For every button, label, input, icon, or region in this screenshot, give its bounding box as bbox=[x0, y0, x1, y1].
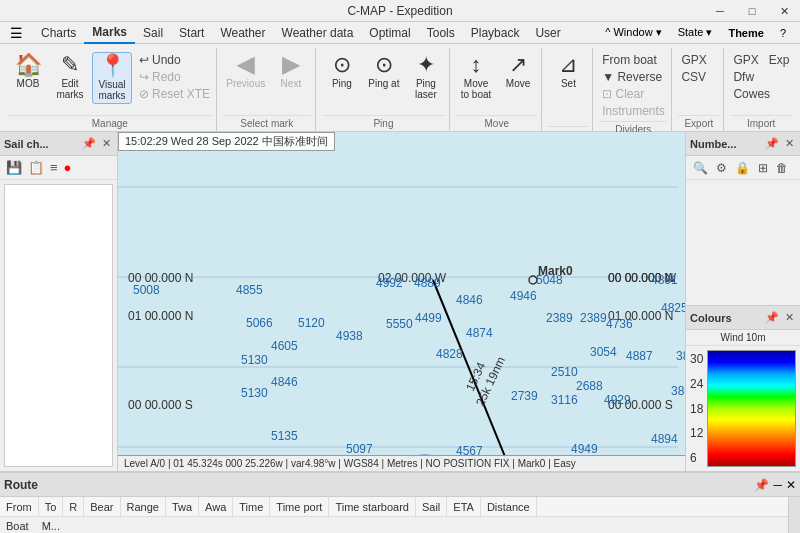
undo-button[interactable]: ↩ Undo bbox=[136, 52, 213, 68]
lock-tool-icon[interactable]: 🔒 bbox=[732, 160, 753, 176]
colours-pin-icon[interactable]: 📌 bbox=[763, 310, 781, 325]
edit-marks-label: Editmarks bbox=[56, 78, 83, 100]
ribbon-group-move: ↕ Moveto boat ↗ Move Move bbox=[452, 48, 542, 131]
main-area: Sail ch... 📌 ✕ 💾 📋 ≡ ● 15:02:29 Wed 28 S… bbox=[0, 132, 800, 472]
colours-title: Colours bbox=[690, 312, 732, 324]
menu-help[interactable]: ? bbox=[774, 25, 792, 41]
col-range[interactable]: Range bbox=[121, 497, 166, 516]
number-panel-pin-icon[interactable]: 📌 bbox=[763, 136, 781, 151]
route-header-controls: 📌 ─ ✕ bbox=[754, 478, 796, 492]
route-panel: Route 📌 ─ ✕ From To R Bear Range Twa Awa… bbox=[0, 472, 800, 533]
gpx-import-button[interactable]: GPX Exp bbox=[730, 52, 792, 68]
move-to-boat-button[interactable]: ↕ Moveto boat bbox=[456, 52, 496, 102]
gpx-export-button[interactable]: GPX bbox=[678, 52, 709, 68]
route-pin-icon[interactable]: 📌 bbox=[754, 478, 769, 492]
list-tool-icon[interactable]: ≡ bbox=[48, 159, 60, 176]
visual-marks-label: Visualmarks bbox=[98, 79, 125, 101]
map-status-bottom: Level A/0 | 01 45.324s 000 25.226w | var… bbox=[118, 455, 685, 471]
menu-marks[interactable]: Marks bbox=[84, 22, 135, 44]
panel-close-icon[interactable]: ✕ bbox=[100, 136, 113, 151]
col-awa[interactable]: Awa bbox=[199, 497, 233, 516]
mob-button[interactable]: 🏠 MOB bbox=[8, 52, 48, 91]
col-time-port[interactable]: Time port bbox=[270, 497, 329, 516]
col-eta[interactable]: ETA bbox=[447, 497, 481, 516]
next-button[interactable]: ▶ Next bbox=[271, 52, 311, 91]
menu-window[interactable]: ^ Window ▾ bbox=[599, 24, 667, 41]
col-twa[interactable]: Twa bbox=[166, 497, 199, 516]
redo-button[interactable]: ↪ Redo bbox=[136, 69, 213, 85]
col-r[interactable]: R bbox=[63, 497, 84, 516]
map-area[interactable]: 15:02:29 Wed 28 Sep 2022 中国标准时间 00 00.00… bbox=[118, 132, 685, 471]
trash-tool-icon[interactable]: 🗑 bbox=[773, 160, 791, 176]
route-minimize-icon[interactable]: ─ bbox=[773, 478, 782, 492]
col-to[interactable]: To bbox=[39, 497, 64, 516]
colours-close-icon[interactable]: ✕ bbox=[783, 310, 796, 325]
color-tool-icon[interactable]: ● bbox=[62, 159, 74, 176]
menu-playback[interactable]: Playback bbox=[463, 22, 528, 44]
minimize-button[interactable]: ─ bbox=[704, 0, 736, 22]
svg-text:5550: 5550 bbox=[386, 317, 413, 331]
menu-charts[interactable]: Charts bbox=[33, 22, 84, 44]
hamburger-menu[interactable]: ☰ bbox=[0, 23, 33, 43]
search-tool-icon[interactable]: 🔍 bbox=[690, 160, 711, 176]
menu-sail[interactable]: Sail bbox=[135, 22, 171, 44]
ping-at-button[interactable]: ⊙ Ping at bbox=[364, 52, 404, 91]
col-from[interactable]: From bbox=[0, 497, 39, 516]
svg-text:4605: 4605 bbox=[271, 339, 298, 353]
ribbon-dividers-items: From boat ▼ Reverse ⊡ Clear Instruments bbox=[599, 48, 667, 121]
previous-button[interactable]: ◀ Previous bbox=[223, 52, 269, 91]
menu-theme[interactable]: Theme bbox=[722, 25, 769, 41]
menu-start[interactable]: Start bbox=[171, 22, 212, 44]
cell-bear-boat bbox=[80, 517, 93, 533]
col-sail[interactable]: Sail bbox=[416, 497, 447, 516]
dfw-button[interactable]: Dfw bbox=[730, 69, 792, 85]
menu-optimal[interactable]: Optimal bbox=[361, 22, 418, 44]
set-label: Set bbox=[561, 78, 576, 89]
route-close-icon[interactable]: ✕ bbox=[786, 478, 796, 492]
menu-weather[interactable]: Weather bbox=[212, 22, 273, 44]
ribbon-group-import: GPX Exp Dfw Cowes Import bbox=[726, 48, 796, 131]
reverse-button[interactable]: ▼ Reverse bbox=[599, 69, 668, 85]
visual-marks-button[interactable]: 📍 Visualmarks bbox=[92, 52, 132, 104]
cowes-button[interactable]: Cowes bbox=[730, 86, 792, 102]
previous-label: Previous bbox=[226, 78, 265, 89]
col-bear[interactable]: Bear bbox=[84, 497, 120, 516]
maximize-button[interactable]: □ bbox=[736, 0, 768, 22]
edit-marks-button[interactable]: ✎ Editmarks bbox=[50, 52, 90, 102]
number-panel-header: Numbe... 📌 ✕ bbox=[686, 132, 800, 156]
svg-text:5130: 5130 bbox=[241, 386, 268, 400]
menu-state[interactable]: State ▾ bbox=[672, 24, 719, 41]
close-button[interactable]: ✕ bbox=[768, 0, 800, 22]
left-panel-canvas bbox=[4, 184, 113, 467]
reset-xte-button[interactable]: ⊘ Reset XTE bbox=[136, 86, 213, 102]
route-scrollbar[interactable] bbox=[788, 497, 800, 533]
gear-tool-icon[interactable]: ⚙ bbox=[713, 160, 730, 176]
menu-tools[interactable]: Tools bbox=[419, 22, 463, 44]
ping-label: Ping bbox=[332, 78, 352, 89]
save-tool-icon[interactable]: 💾 bbox=[4, 159, 24, 176]
instruments-button[interactable]: Instruments bbox=[599, 103, 668, 119]
move-button[interactable]: ↗ Move bbox=[498, 52, 538, 91]
svg-text:2510: 2510 bbox=[551, 365, 578, 379]
svg-text:4889: 4889 bbox=[414, 276, 441, 290]
col-time-starboard[interactable]: Time starboard bbox=[329, 497, 416, 516]
number-panel-close-icon[interactable]: ✕ bbox=[783, 136, 796, 151]
set-button[interactable]: ⊿ Set bbox=[548, 52, 588, 91]
move-to-boat-icon: ↕ bbox=[471, 54, 482, 76]
csv-button[interactable]: CSV bbox=[678, 69, 709, 85]
menu-weather-data[interactable]: Weather data bbox=[274, 22, 362, 44]
svg-text:4929: 4929 bbox=[604, 393, 631, 407]
ping-button[interactable]: ⊙ Ping bbox=[322, 52, 362, 91]
ping-laser-button[interactable]: ✦ Pinglaser bbox=[406, 52, 446, 102]
clear-button[interactable]: ⊡ Clear bbox=[599, 86, 668, 102]
menu-user[interactable]: User bbox=[527, 22, 568, 44]
colour-label-30: 30 bbox=[690, 352, 703, 366]
svg-text:4499: 4499 bbox=[415, 311, 442, 325]
grid-tool-icon[interactable]: ⊞ bbox=[755, 160, 771, 176]
export-label: Export bbox=[678, 115, 719, 131]
col-distance[interactable]: Distance bbox=[481, 497, 537, 516]
panel-pin-icon[interactable]: 📌 bbox=[80, 136, 98, 151]
col-time[interactable]: Time bbox=[233, 497, 270, 516]
from-boat-button[interactable]: From boat bbox=[599, 52, 668, 68]
clipboard-tool-icon[interactable]: 📋 bbox=[26, 159, 46, 176]
